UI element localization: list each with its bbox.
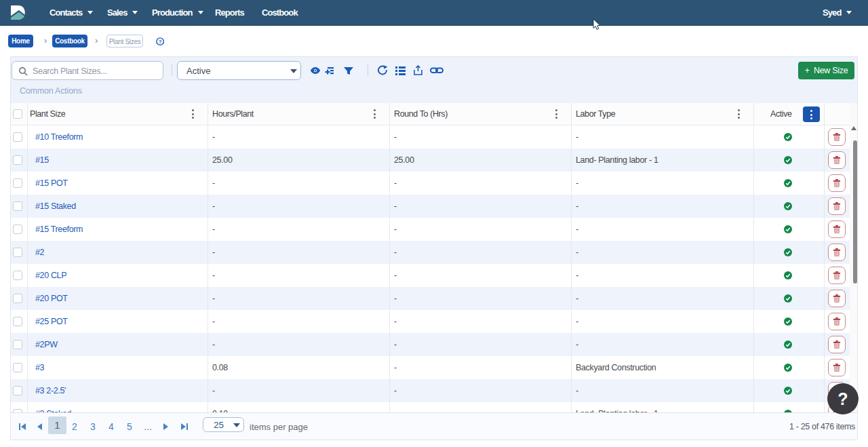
svg-text:?: ?: [159, 39, 162, 45]
